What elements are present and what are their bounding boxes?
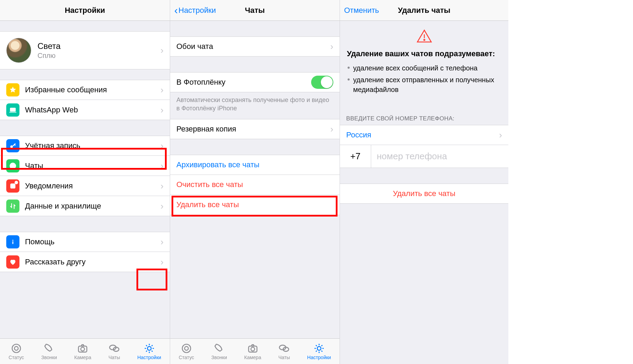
svg-point-12 <box>147 346 151 350</box>
row-label: WhatsApp Web <box>25 105 160 115</box>
key-icon <box>6 139 19 152</box>
tab-chats[interactable]: Чаты <box>108 343 120 360</box>
nav-title: Чаты <box>245 6 265 15</box>
notification-icon <box>6 179 19 193</box>
panel-settings: Настройки Света Сплю › Избранные сообщен… <box>0 0 170 364</box>
svg-rect-1 <box>9 112 16 112</box>
delete-heading: Удаление ваших чатов подразумевает: <box>347 49 501 58</box>
info-icon <box>6 235 19 248</box>
row-tell-friend[interactable]: Рассказать другу › <box>0 252 170 272</box>
nav-bar: Отменить Удалить чаты <box>340 0 508 21</box>
svg-point-4 <box>13 240 14 241</box>
cancel-button[interactable]: Отменить <box>344 6 379 15</box>
svg-point-7 <box>15 346 18 350</box>
chevron-right-icon: › <box>160 161 164 170</box>
profile-status: Сплю <box>38 52 160 60</box>
avatar <box>6 38 31 63</box>
chevron-right-icon: › <box>160 85 164 94</box>
row-archive-all[interactable]: Архивировать все чаты <box>170 155 340 175</box>
row-delete-all[interactable]: Удалить все чаты <box>170 195 340 215</box>
svg-rect-3 <box>10 183 16 188</box>
row-label: Чаты <box>25 161 160 170</box>
chevron-right-icon: › <box>330 42 333 51</box>
row-backup[interactable]: Резервная копия › <box>170 119 340 139</box>
nav-bar: Настройки <box>0 0 170 21</box>
phone-input[interactable] <box>371 145 508 168</box>
row-label: Резервная копия <box>176 125 330 134</box>
warning-icon <box>347 29 501 43</box>
row-whatsapp-web[interactable]: WhatsApp Web › <box>0 100 170 120</box>
bullet-item: удаление всех отправленных и полученных … <box>347 75 501 94</box>
tab-camera[interactable]: Камера <box>244 343 261 360</box>
heart-icon <box>6 255 19 269</box>
phone-row: +7 <box>340 145 508 168</box>
row-starred-messages[interactable]: Избранные сообщения › <box>0 80 170 100</box>
tab-status[interactable]: Статус <box>179 343 194 360</box>
chevron-right-icon: › <box>160 141 164 150</box>
row-label: Данные и хранилище <box>25 202 160 211</box>
tab-calls[interactable]: Звонки <box>211 343 227 360</box>
svg-point-19 <box>317 346 321 350</box>
svg-point-9 <box>81 347 85 351</box>
panel-delete-chats: Отменить Удалить чаты Удаление ваших чат… <box>340 0 508 364</box>
svg-point-2 <box>10 145 13 148</box>
chevron-right-icon: › <box>499 130 502 139</box>
chat-icon <box>6 159 19 172</box>
back-button[interactable]: ‹ Настройки <box>174 5 216 16</box>
row-data-storage[interactable]: Данные и хранилище › <box>0 196 170 216</box>
row-help[interactable]: Помощь › <box>0 232 170 252</box>
chevron-left-icon: ‹ <box>174 5 178 16</box>
row-wallpaper[interactable]: Обои чата › <box>170 36 340 57</box>
tab-settings[interactable]: Настройки <box>307 343 331 360</box>
tab-calls[interactable]: Звонки <box>41 343 57 360</box>
row-account[interactable]: Учётная запись › <box>0 136 170 156</box>
row-label: Уведомления <box>25 181 160 191</box>
svg-point-21 <box>424 40 425 41</box>
row-chats[interactable]: Чаты › <box>0 156 170 176</box>
svg-point-6 <box>12 344 20 353</box>
camera-roll-footer: Автоматически сохранять полученные фото … <box>170 92 340 113</box>
panel-chats-settings: ‹ Настройки Чаты Обои чата › В Фотоплёнк… <box>170 0 340 364</box>
svg-rect-5 <box>13 241 14 244</box>
toggle-camera-roll[interactable] <box>311 76 333 89</box>
row-label: Удалить все чаты <box>176 200 333 209</box>
row-label: Рассказать другу <box>25 257 160 266</box>
chevron-right-icon: › <box>160 46 164 55</box>
tab-chats[interactable]: Чаты <box>278 343 290 360</box>
row-label: Очистить все чаты <box>176 180 333 189</box>
svg-point-13 <box>182 344 191 353</box>
back-label: Настройки <box>178 6 216 15</box>
row-label: Учётная запись <box>25 141 160 150</box>
chevron-right-icon: › <box>160 105 164 115</box>
chevron-right-icon: › <box>160 181 164 191</box>
row-notifications[interactable]: Уведомления › <box>0 176 170 196</box>
nav-title: Настройки <box>65 6 105 15</box>
svg-point-16 <box>251 347 255 351</box>
section-header-phone: ВВЕДИТЕ СВОЙ НОМЕР ТЕЛЕФОНА: <box>340 105 508 125</box>
updown-icon <box>6 200 19 213</box>
row-delete-all-action[interactable]: Удалить все чаты <box>340 184 508 204</box>
nav-bar: ‹ Настройки Чаты <box>170 0 340 21</box>
row-clear-all[interactable]: Очистить все чаты <box>170 175 340 195</box>
tab-status[interactable]: Статус <box>9 343 24 360</box>
star-icon <box>6 83 19 96</box>
row-camera-roll[interactable]: В Фотоплёнку <box>170 72 340 92</box>
nav-title: Удалить чаты <box>398 6 450 15</box>
row-label: Архивировать все чаты <box>176 160 333 169</box>
tab-settings[interactable]: Настройки <box>137 343 161 360</box>
tab-bar: Статус Звонки Камера Чаты Настройки <box>0 338 170 364</box>
chevron-right-icon: › <box>330 125 333 134</box>
profile-row[interactable]: Света Сплю › <box>0 31 170 69</box>
laptop-icon <box>6 103 19 117</box>
row-country[interactable]: Россия › <box>340 125 508 145</box>
row-label: В Фотоплёнку <box>176 78 311 87</box>
bullet-item: удаление всех сообщений с телефона <box>347 63 501 73</box>
chevron-right-icon: › <box>160 257 164 266</box>
svg-point-14 <box>185 346 189 350</box>
chevron-right-icon: › <box>160 237 164 246</box>
profile-name: Света <box>38 41 160 51</box>
row-label: Обои чата <box>176 42 330 51</box>
tab-camera[interactable]: Камера <box>74 343 91 360</box>
svg-rect-0 <box>10 108 16 111</box>
phone-prefix: +7 <box>340 145 371 168</box>
